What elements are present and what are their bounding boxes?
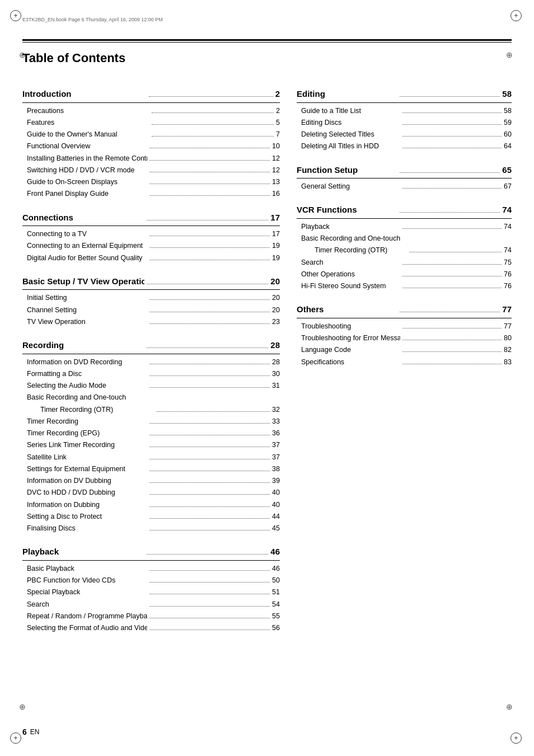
toc-item-label: Troubleshooting: [301, 321, 400, 332]
toc-item: Other Operations76: [297, 269, 512, 280]
toc-item-page: 76: [504, 269, 512, 280]
toc-item-label: DVC to HDD / DVD Dubbing: [27, 487, 147, 499]
toc-item-label: Language Code: [301, 344, 400, 356]
toc-section: Basic Setup / TV View Operation20Initial…: [22, 274, 280, 328]
toc-item: Setting a Disc to Protect44: [22, 511, 280, 523]
toc-item-page: 50: [272, 575, 280, 586]
toc-item-page: 20: [272, 304, 280, 316]
section-heading: Editing58: [297, 87, 512, 103]
toc-item-label: Connecting to an External Equipment: [27, 240, 147, 252]
toc-item: Search54: [22, 599, 280, 611]
toc-section: VCR Functions74Playback74Basic Recording…: [297, 203, 512, 292]
corner-mark-tr: [510, 10, 524, 24]
toc-item-page: 77: [504, 321, 512, 332]
toc-item-page: 51: [272, 586, 280, 598]
toc-item: Basic Playback46: [22, 563, 280, 575]
section-heading: Recording28: [22, 338, 280, 354]
toc-item-label: Timer Recording (OTR): [40, 404, 154, 416]
crosshair-bottom-right: [506, 702, 515, 711]
toc-item-label: Satellite Link: [27, 452, 147, 463]
toc-item: Special Playback51: [22, 586, 280, 598]
toc-item: Deleting Selected Titles60: [297, 129, 512, 140]
toc-item-label: Precautions: [27, 105, 149, 117]
crosshair-top-left: [19, 50, 28, 59]
toc-item-page: 67: [504, 181, 512, 192]
toc-item: Initial Setting20: [22, 292, 280, 304]
toc-item-page: 40: [272, 487, 280, 499]
footer-language: EN: [30, 728, 40, 736]
section-heading: Others77: [297, 302, 512, 318]
toc-item: Specifications83: [297, 356, 512, 368]
toc-item: Troubleshooting for Error Messages80: [297, 332, 512, 344]
toc-item-page: 56: [272, 622, 280, 634]
toc-item: General Setting67: [297, 181, 512, 192]
toc-item-label: Selecting the Audio Mode: [27, 380, 147, 392]
toc-item-page: 19: [272, 240, 280, 252]
toc-item: Timer Recording (OTR)74: [297, 245, 512, 256]
toc-item-page: 19: [272, 252, 280, 264]
toc-item: Guide to On-Screen Displays13: [22, 176, 280, 188]
toc-item: Information on DVD Recording28: [22, 356, 280, 368]
toc-item-page: 37: [272, 439, 280, 451]
corner-mark-bl: [10, 732, 24, 746]
toc-item-page: 75: [504, 257, 512, 269]
toc-item: Channel Setting20: [22, 304, 280, 316]
toc-item: Selecting the Audio Mode31: [22, 380, 280, 392]
toc-item: Language Code82: [297, 344, 512, 356]
section-heading: Basic Setup / TV View Operation20: [22, 274, 280, 290]
toc-item: Information on Dubbing40: [22, 499, 280, 511]
toc-item: Guide to a Title List58: [297, 105, 512, 117]
toc-item-label: Timer Recording (EPG): [27, 428, 147, 439]
toc-item: Selecting the Format of Audio and Video5…: [22, 622, 280, 634]
toc-item-page: 23: [272, 316, 280, 328]
toc-item: Guide to the Owner's Manual7: [22, 129, 280, 140]
toc-item-label: Installing Batteries in the Remote Contr…: [27, 153, 147, 165]
toc-item-label: Repeat / Random / Programme Playback / S…: [27, 611, 147, 622]
section-heading: Function Setup65: [297, 163, 512, 179]
toc-item-page: 33: [272, 416, 280, 428]
toc-item: Formatting a Disc30: [22, 368, 280, 380]
toc-item: Features5: [22, 117, 280, 129]
toc-item: Timer Recording (EPG)36: [22, 428, 280, 439]
toc-item-label: Hi-Fi Stereo Sound System: [301, 280, 400, 292]
toc-item-page: 12: [272, 165, 280, 176]
page-title: Table of Contents: [22, 51, 512, 65]
toc-item: Installing Batteries in the Remote Contr…: [22, 153, 280, 165]
toc-section: Connections17Connecting to a TV17Connect…: [22, 210, 280, 264]
toc-item-label: Finalising Discs: [27, 523, 147, 534]
toc-item: Basic Recording and One-touch: [297, 233, 512, 245]
toc-item: Repeat / Random / Programme Playback / S…: [22, 611, 280, 622]
toc-item-label: Guide to the Owner's Manual: [27, 129, 149, 140]
toc-item-label: Features: [27, 117, 149, 129]
toc-item-label: Settings for External Equipment: [27, 463, 147, 475]
footer-page-number: 6: [22, 727, 27, 736]
toc-item-page: 80: [504, 332, 512, 344]
toc-item: Playback74: [297, 221, 512, 233]
toc-item-page: 28: [272, 356, 280, 368]
toc-item-label: Information on DV Dubbing: [27, 475, 147, 487]
toc-item-label: TV View Operation: [27, 316, 147, 328]
toc-item-label: Initial Setting: [27, 292, 147, 304]
toc-item-page: 7: [276, 129, 280, 140]
toc-item-label: Timer Recording (OTR): [315, 245, 407, 256]
toc-item-label: Search: [301, 257, 400, 269]
toc-item-label: Playback: [301, 221, 400, 233]
toc-item-label: Other Operations: [301, 269, 400, 280]
toc-item: Satellite Link37: [22, 452, 280, 463]
toc-item-label: Editing Discs: [301, 117, 400, 129]
toc-right-column: Editing58Guide to a Title List58Editing …: [297, 77, 512, 368]
toc-item: DVC to HDD / DVD Dubbing40: [22, 487, 280, 499]
toc-item: Timer Recording33: [22, 416, 280, 428]
toc-item-page: 59: [504, 117, 512, 129]
section-heading: Introduction2: [22, 87, 280, 103]
toc-item-page: 82: [504, 344, 512, 356]
toc-item-page: 13: [272, 176, 280, 188]
toc-item: Series Link Timer Recording37: [22, 439, 280, 451]
toc-item-page: 74: [504, 245, 512, 256]
toc-item: PBC Function for Video CDs50: [22, 575, 280, 586]
toc-item-page: 5: [276, 117, 280, 129]
corner-mark-tl: [10, 10, 24, 24]
file-info: E3TK2BD_EN.book Page 6 Thursday, April 1…: [22, 17, 512, 22]
toc-item-label: Special Playback: [27, 586, 147, 598]
toc-item-page: 64: [504, 140, 512, 152]
